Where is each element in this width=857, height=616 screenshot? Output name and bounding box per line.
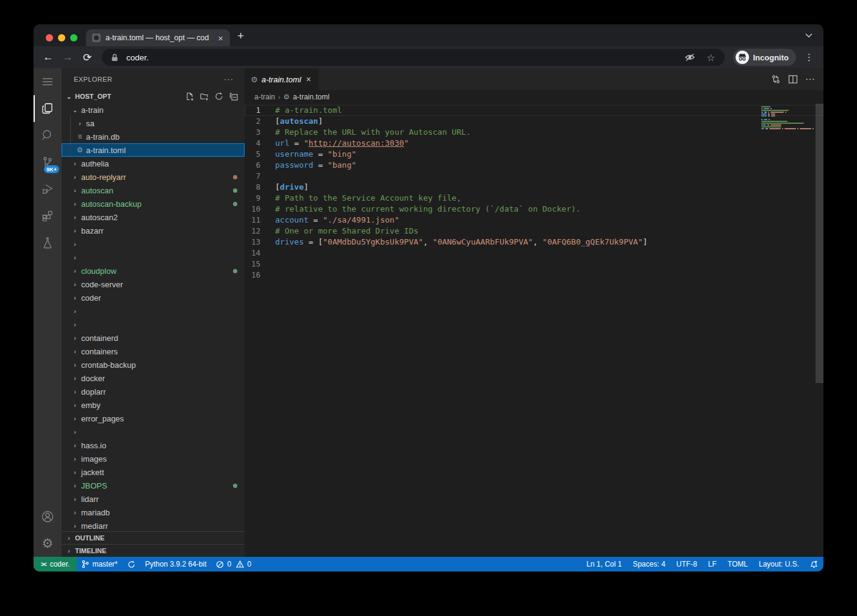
- code-line-12[interactable]: 12# One or more Shared Drive IDs: [245, 226, 823, 237]
- tree-item[interactable]: ›: [62, 318, 245, 331]
- back-button[interactable]: ←: [40, 49, 57, 66]
- tree-item-lidarr[interactable]: ›lidarr: [62, 492, 245, 506]
- code-line-3[interactable]: 3# Replace the URL with your Autoscan UR…: [245, 127, 823, 138]
- sync-changes-item[interactable]: [123, 557, 140, 571]
- tree-item-sa[interactable]: ›sa: [62, 116, 245, 130]
- menu-hamburger-icon[interactable]: [34, 68, 62, 95]
- code-line-15[interactable]: 15: [245, 259, 823, 270]
- explorer-more-actions-icon[interactable]: ···: [224, 74, 234, 84]
- tree-item[interactable]: ›: [62, 237, 245, 251]
- tree-item-authelia[interactable]: ›authelia: [62, 157, 245, 170]
- editor-scrollbar[interactable]: [816, 104, 823, 383]
- problems-item[interactable]: 0 0: [211, 557, 256, 571]
- breadcrumb-folder[interactable]: a-train: [254, 93, 275, 101]
- zoom-window-button[interactable]: [70, 34, 77, 41]
- close-window-button[interactable]: [46, 34, 53, 41]
- indentation-item[interactable]: Spaces: 4: [627, 557, 670, 571]
- account-icon[interactable]: [34, 503, 62, 530]
- remote-indicator[interactable]: >< coder.: [34, 557, 77, 571]
- editor-more-actions-icon[interactable]: ···: [805, 74, 815, 85]
- code-line-16[interactable]: 16: [245, 270, 823, 281]
- split-editor-icon[interactable]: [788, 74, 798, 84]
- tree-item-error_pages[interactable]: ›error_pages: [62, 412, 245, 425]
- testing-icon[interactable]: [34, 229, 62, 256]
- tree-item[interactable]: ›: [62, 251, 245, 264]
- code-line-4[interactable]: 4url = "http://autoscan:3030": [245, 138, 823, 149]
- timeline-section-header[interactable]: › TIMELINE: [62, 544, 245, 557]
- refresh-icon[interactable]: [213, 90, 225, 102]
- notifications-bell-icon[interactable]: [805, 557, 823, 571]
- code-line-8[interactable]: 8[drive]: [245, 182, 823, 193]
- breadcrumb-file[interactable]: a-train.toml: [293, 93, 329, 101]
- browser-menu-button[interactable]: ⋮: [801, 52, 817, 63]
- tree-item[interactable]: ›: [62, 425, 245, 439]
- tree-item-containers[interactable]: ›containers: [62, 345, 245, 358]
- tree-item-auto-replyarr[interactable]: ›auto-replyarr: [62, 170, 245, 184]
- run-debug-icon[interactable]: [34, 176, 62, 202]
- tree-item-mediarr[interactable]: ›mediarr: [62, 519, 245, 531]
- outline-section-header[interactable]: › OUTLINE: [62, 531, 245, 544]
- tab-search-chevron-icon[interactable]: [805, 29, 823, 46]
- reload-button[interactable]: ⟳: [79, 49, 96, 66]
- tree-item-autoscan-backup[interactable]: ›autoscan-backup: [62, 197, 245, 210]
- keyboard-layout-item[interactable]: Layout: U.S.: [753, 557, 805, 571]
- tree-item-JBOPS[interactable]: ›JBOPS: [62, 479, 245, 492]
- url-text[interactable]: coder.: [126, 53, 676, 62]
- code-line-14[interactable]: 14: [245, 248, 823, 259]
- tree-item-cloudplow[interactable]: ›cloudplow: [62, 264, 245, 278]
- editor-tab-close-icon[interactable]: ×: [305, 74, 312, 84]
- source-control-icon[interactable]: 9K+: [34, 149, 62, 176]
- open-changes-icon[interactable]: [771, 74, 781, 84]
- encoding-item[interactable]: UTF-8: [671, 557, 703, 571]
- code-line-1[interactable]: 1# a-train.toml: [245, 105, 823, 116]
- tree-item-code-server[interactable]: ›code-server: [62, 278, 245, 291]
- code-line-5[interactable]: 5username = "bing": [245, 149, 823, 160]
- new-file-icon[interactable]: [184, 90, 196, 102]
- tree-item-emby[interactable]: ›emby: [62, 398, 245, 412]
- workspace-section-header[interactable]: ⌄ HOST_OPT: [62, 90, 245, 103]
- tree-item-autoscan2[interactable]: ›autoscan2: [62, 210, 245, 224]
- language-mode-item[interactable]: TOML: [722, 557, 753, 571]
- python-version-item[interactable]: Python 3.9.2 64-bit: [140, 557, 212, 571]
- forward-button[interactable]: →: [59, 49, 76, 66]
- code-line-10[interactable]: 10# relative to the current working dire…: [245, 204, 823, 215]
- explorer-icon[interactable]: [34, 95, 62, 122]
- tree-item-jackett[interactable]: ›jackett: [62, 465, 245, 479]
- bookmark-star-icon[interactable]: ☆: [703, 52, 718, 63]
- tree-item-a-train[interactable]: ⌄a-train: [62, 103, 245, 116]
- code-line-11[interactable]: 11account = "./sa/4991.json": [245, 215, 823, 226]
- new-folder-icon[interactable]: [198, 90, 210, 102]
- code-editor[interactable]: 1# a-train.toml2[autoscan]3# Replace the…: [245, 104, 823, 557]
- settings-gear-icon[interactable]: ⚙: [34, 530, 62, 557]
- tree-item-crontab-backup[interactable]: ›crontab-backup: [62, 358, 245, 371]
- eye-off-icon[interactable]: [681, 53, 698, 62]
- code-line-9[interactable]: 9# Path to the Service Account key file,: [245, 193, 823, 204]
- tree-item-bazarr[interactable]: ›bazarr: [62, 224, 245, 237]
- tree-item-autoscan[interactable]: ›autoscan: [62, 184, 245, 197]
- extensions-icon[interactable]: [34, 202, 62, 229]
- cursor-position-item[interactable]: Ln 1, Col 1: [581, 557, 627, 571]
- code-line-2[interactable]: 2[autoscan]: [245, 116, 823, 127]
- tree-item-containerd[interactable]: ›containerd: [62, 331, 245, 345]
- git-branch-item[interactable]: master*: [77, 557, 122, 571]
- code-line-13[interactable]: 13drives = ["0AMdbDu5YgKbsUk9PVA", "0AN6…: [245, 237, 823, 248]
- tree-item-docker[interactable]: ›docker: [62, 371, 245, 385]
- tree-item-mariadb[interactable]: ›mariadb: [62, 506, 245, 519]
- code-line-7[interactable]: 7: [245, 171, 823, 182]
- browser-tab[interactable]: a-train.toml — host_opt — cod ×: [86, 29, 230, 46]
- minimap[interactable]: [761, 106, 814, 135]
- collapse-all-icon[interactable]: [228, 90, 240, 102]
- tree-item-a-train.db[interactable]: ≡a-train.db: [62, 130, 245, 143]
- minimize-window-button[interactable]: [58, 34, 65, 41]
- address-bar[interactable]: coder. ☆: [102, 49, 725, 66]
- tree-item-images[interactable]: ›images: [62, 452, 245, 465]
- eol-item[interactable]: LF: [703, 557, 722, 571]
- tree-item-hass.io[interactable]: ›hass.io: [62, 439, 245, 452]
- tree-item-coder[interactable]: ›coder: [62, 291, 245, 304]
- search-icon[interactable]: [34, 122, 62, 149]
- tab-close-icon[interactable]: ×: [216, 33, 225, 43]
- lock-icon[interactable]: [108, 54, 121, 62]
- new-tab-button[interactable]: +: [230, 29, 251, 46]
- editor-tab[interactable]: ⚙ a-train.toml ×: [245, 68, 318, 90]
- code-line-6[interactable]: 6password = "bang": [245, 160, 823, 171]
